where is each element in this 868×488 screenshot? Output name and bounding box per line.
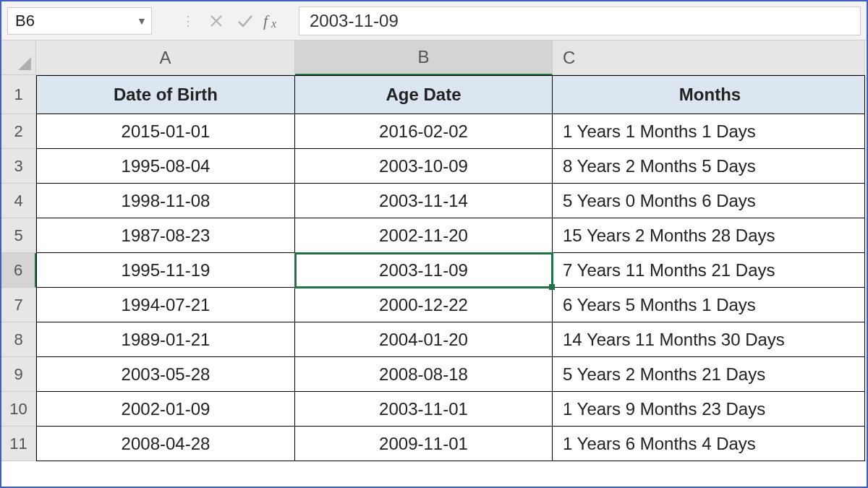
cancel-icon[interactable] [202,7,231,35]
fill-handle[interactable] [549,284,555,290]
row-headers: 1 2 3 4 5 6 7 8 9 10 11 [1,75,36,461]
cell[interactable]: 2003-11-01 [295,392,553,427]
row-header[interactable]: 9 [1,357,36,392]
cell[interactable]: 2003-10-09 [295,149,553,184]
dropdown-icon[interactable]: ▼ [132,15,151,27]
cell[interactable]: 1989-01-21 [36,322,295,357]
formula-input[interactable]: 2003-11-09 [299,7,861,35]
formula-bar: B6 ▼ ⋮ fx 2003-11-09 [1,1,867,40]
cell[interactable]: 2003-05-28 [36,357,295,392]
cell[interactable]: 5 Years 2 Months 21 Days [553,357,865,392]
cell[interactable]: 2016-02-02 [295,114,553,149]
row-header[interactable]: 5 [1,218,36,253]
table-header-cell[interactable]: Date of Birth [36,75,295,114]
cell-selected[interactable]: 2003-11-09 [295,253,553,288]
cell[interactable]: 14 Years 11 Months 30 Days [553,322,865,357]
cell[interactable]: 2008-04-28 [36,427,295,461]
row-header[interactable]: 7 [1,288,36,322]
cell[interactable]: 5 Years 0 Months 6 Days [553,184,865,218]
row-header[interactable]: 8 [1,322,36,357]
cell[interactable]: 2009-11-01 [295,427,553,461]
name-box[interactable]: B6 ▼ [7,7,152,35]
cell[interactable]: 1995-11-19 [36,253,295,288]
column-header-a[interactable]: A [36,40,295,75]
cell[interactable]: 7 Years 11 Months 21 Days [553,253,865,288]
row-header[interactable]: 10 [1,392,36,427]
cell[interactable]: 1 Years 9 Months 23 Days [553,392,865,427]
cell[interactable]: 15 Years 2 Months 28 Days [553,218,865,253]
row-header[interactable]: 6 [1,253,36,288]
cell[interactable]: 2002-01-09 [36,392,295,427]
cell[interactable]: 1 Years 6 Months 4 Days [553,427,865,461]
svg-text:f: f [263,12,270,30]
cell[interactable]: 1994-07-21 [36,288,295,322]
enter-icon[interactable] [231,7,260,35]
cell[interactable]: 6 Years 5 Months 1 Days [553,288,865,322]
row-header[interactable]: 3 [1,149,36,184]
cell[interactable]: 1998-11-08 [36,184,295,218]
cell[interactable]: 2000-12-22 [295,288,553,322]
svg-text:x: x [271,17,276,30]
cell[interactable]: 1987-08-23 [36,218,295,253]
cell[interactable]: 1 Years 1 Months 1 Days [553,114,865,149]
formula-input-value: 2003-11-09 [310,11,399,31]
cell[interactable]: 2015-01-01 [36,114,295,149]
table-header-cell[interactable]: Age Date [295,75,553,114]
column-header-b[interactable]: B [295,40,553,75]
cell[interactable]: 2002-11-20 [295,218,553,253]
more-icon[interactable]: ⋮ [173,7,202,35]
table-header-cell[interactable]: Months [553,75,865,114]
select-all-corner[interactable] [1,40,36,75]
row-header[interactable]: 2 [1,114,36,149]
spreadsheet-grid: A B C 1 2 3 4 5 6 7 8 9 10 11 Date of B [1,40,867,487]
cell[interactable]: 2008-08-18 [295,357,553,392]
cell[interactable]: 1995-08-04 [36,149,295,184]
row-header[interactable]: 4 [1,184,36,218]
cell[interactable]: 8 Years 2 Months 5 Days [553,149,865,184]
column-header-c[interactable]: C [553,40,865,75]
row-header[interactable]: 11 [1,427,36,461]
name-box-value: B6 [8,12,132,30]
cell[interactable]: 2003-11-14 [295,184,553,218]
row-header[interactable]: 1 [1,75,36,114]
cell[interactable]: 2004-01-20 [295,322,553,357]
fx-icon[interactable]: fx [260,7,289,35]
